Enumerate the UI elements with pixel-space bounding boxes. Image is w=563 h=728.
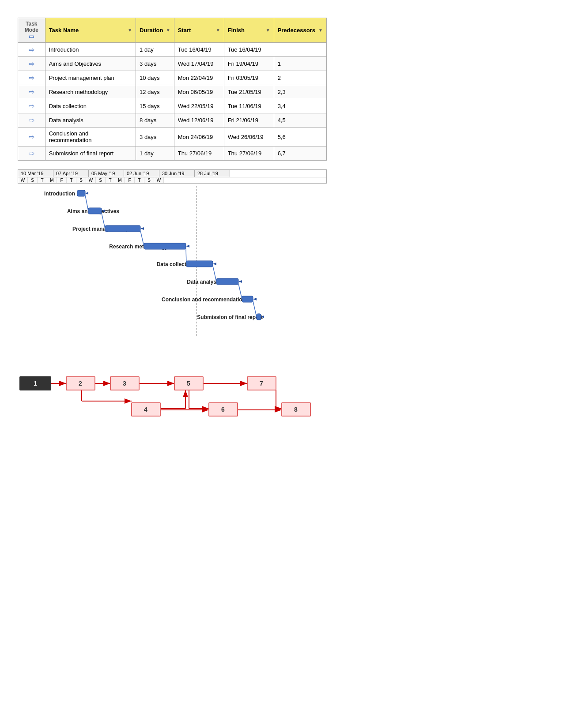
gantt-arrow-6: [238, 280, 242, 283]
table-row: ⇨ Submission of final report 1 day Thu 2…: [18, 146, 327, 161]
timeline-date-cell: 30 Jun '19: [159, 170, 195, 177]
network-node-7: [247, 377, 276, 390]
task-name-cell: Data collection: [45, 99, 136, 113]
task-mode-cell: ⇨: [18, 113, 45, 128]
task-mode-cell: ⇨: [18, 99, 45, 113]
table-row: ⇨ Aims and Objectives 3 days Wed 17/04/1…: [18, 57, 327, 71]
task-pred-cell: 2: [274, 71, 326, 85]
gantt-label-8: Submission of final report: [197, 314, 263, 320]
task-duration-cell: 1 day: [136, 43, 174, 57]
task-name-cell: Aims and Objectives: [45, 57, 136, 71]
timeline-date-cell: 02 Jun '19: [124, 170, 159, 177]
network-node-5: [174, 377, 203, 390]
task-name-cell: Data analysis: [45, 113, 136, 128]
task-start-cell: Mon 24/06/19: [174, 128, 224, 146]
network-svg: 1 2 3 4 5 6 7 8: [18, 355, 327, 434]
timeline-day-cell: S: [96, 177, 106, 183]
gantt-arrow-4: [186, 245, 189, 248]
network-node-6: [209, 403, 238, 416]
task-duration-cell: 1 day: [136, 146, 174, 161]
gantt-bar-8: [257, 314, 261, 320]
gantt-bar-2: [88, 208, 102, 214]
timeline-day-cell: S: [28, 177, 38, 183]
gantt-svg: Introduction Aims and Objectives Project…: [18, 186, 327, 336]
gantt-bar-7: [242, 296, 253, 302]
gantt-arrow-5: [213, 263, 216, 265]
task-name-cell: Research methodology: [45, 85, 136, 99]
dropdown-arrow-finish[interactable]: ▼: [266, 28, 270, 33]
timeline-day-cell: M: [115, 177, 125, 183]
task-start-cell: Wed 22/05/19: [174, 99, 224, 113]
dropdown-arrow-name[interactable]: ▼: [128, 28, 132, 33]
task-mode-icon: ⇨: [29, 150, 34, 157]
gantt-bar-4: [144, 243, 186, 249]
task-duration-cell: 10 days: [136, 71, 174, 85]
task-duration-cell: 3 days: [136, 128, 174, 146]
network-node-1: [20, 377, 51, 390]
task-start-cell: Thu 27/06/19: [174, 146, 224, 161]
task-start-cell: Wed 12/06/19: [174, 113, 224, 128]
task-mode-cell: ⇨: [18, 71, 45, 85]
timeline-date-cell: 05 May '19: [89, 170, 124, 177]
task-duration-cell: 3 days: [136, 57, 174, 71]
gantt-chart: 10 Mar '1907 Apr '1905 May '1902 Jun '19…: [18, 169, 327, 337]
task-finish-cell: Thu 27/06/19: [224, 146, 274, 161]
gantt-bar-5: [186, 261, 213, 267]
task-start-cell: Tue 16/04/19: [174, 43, 224, 57]
timeline-day-cell: W: [154, 177, 164, 183]
task-mode-icon: ⇨: [29, 88, 34, 96]
dropdown-arrow-start[interactable]: ▼: [216, 28, 220, 33]
gantt-bar-1: [77, 190, 85, 196]
task-pred-cell: 1: [274, 57, 326, 71]
svg-text:7: 7: [260, 380, 263, 387]
dropdown-arrow-duration[interactable]: ▼: [166, 28, 170, 33]
col-header-finish[interactable]: Finish ▼: [224, 18, 274, 43]
task-mode-icon: ⇨: [29, 133, 34, 141]
col-header-start[interactable]: Start ▼: [174, 18, 224, 43]
task-pred-cell: [274, 43, 326, 57]
timeline-day-cell: W: [18, 177, 28, 183]
timeline-day-cell: W: [86, 177, 96, 183]
timeline-day-cell: T: [38, 177, 47, 183]
timeline-days: WSTMFTSWSTMFTSW: [18, 177, 327, 184]
task-duration-cell: 12 days: [136, 85, 174, 99]
task-pred-cell: 2,3: [274, 85, 326, 99]
task-finish-cell: Fri 03/05/19: [224, 71, 274, 85]
svg-text:5: 5: [187, 380, 190, 387]
task-finish-cell: Tue 21/05/19: [224, 85, 274, 99]
timeline-date-cell: 10 Mar '19: [18, 170, 53, 177]
task-mode-icon: ⇨: [29, 60, 34, 68]
task-pred-cell: 6,7: [274, 146, 326, 161]
network-node-3: [110, 377, 139, 390]
svg-text:2: 2: [79, 380, 82, 387]
task-start-cell: Wed 17/04/19: [174, 57, 224, 71]
table-row: ⇨ Research methodology 12 days Mon 06/05…: [18, 85, 327, 99]
gantt-arrow-7: [253, 298, 257, 300]
gantt-bars-area: Introduction Aims and Objectives Project…: [18, 186, 327, 337]
task-name-cell: Conclusion and recommendation: [45, 128, 136, 146]
table-row: ⇨ Data analysis 8 days Wed 12/06/19 Fri …: [18, 113, 327, 128]
gantt-bar-3: [105, 225, 140, 232]
task-finish-cell: Tue 11/06/19: [224, 99, 274, 113]
task-name-cell: Introduction: [45, 43, 136, 57]
table-row: ⇨ Data collection 15 days Wed 22/05/19 T…: [18, 99, 327, 113]
col-header-predecessors[interactable]: Predecessors ▼: [274, 18, 326, 43]
task-finish-cell: Wed 26/06/19: [224, 128, 274, 146]
dropdown-arrow-pred[interactable]: ▼: [318, 28, 323, 33]
task-mode-cell: ⇨: [18, 57, 45, 71]
task-pred-cell: 5,6: [274, 128, 326, 146]
timeline-day-cell: S: [144, 177, 154, 183]
task-start-cell: Mon 06/05/19: [174, 85, 224, 99]
network-node-2: [66, 377, 95, 390]
task-finish-cell: Fri 21/06/19: [224, 113, 274, 128]
table-row: ⇨ Project management plan 10 days Mon 22…: [18, 71, 327, 85]
task-duration-cell: 15 days: [136, 99, 174, 113]
col-header-mode: TaskMode ▭: [18, 18, 45, 43]
svg-text:6: 6: [221, 406, 225, 413]
col-header-name[interactable]: Task Name ▼: [45, 18, 136, 43]
gantt-table: TaskMode ▭ Task Name ▼ Duration ▼ Start …: [18, 18, 327, 161]
timeline-day-cell: F: [125, 177, 135, 183]
col-header-duration[interactable]: Duration ▼: [136, 18, 174, 43]
task-mode-icon: ⇨: [29, 116, 34, 124]
network-node-8: [282, 403, 310, 416]
